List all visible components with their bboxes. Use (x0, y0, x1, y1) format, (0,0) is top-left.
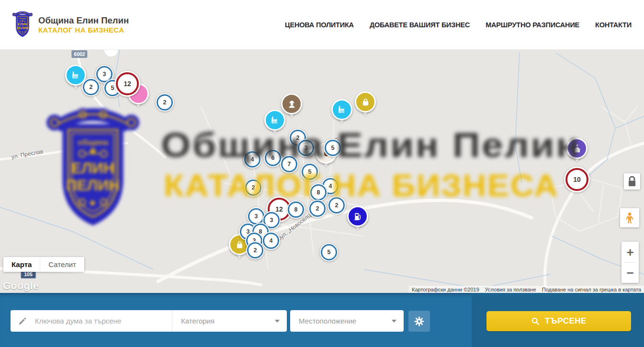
church-marker-pin[interactable] (566, 138, 588, 159)
chevron-down-icon (392, 320, 396, 323)
fuel-marker-pin[interactable] (347, 206, 368, 227)
nav-item[interactable]: МАРШРУТНО РАЗПИСАНИЕ (486, 21, 579, 29)
cluster-marker[interactable]: 12 (114, 71, 140, 97)
cluster-count: 2 (252, 184, 255, 191)
cluster-marker[interactable]: 4 (243, 150, 261, 168)
cluster-count: 3 (305, 145, 308, 151)
cluster-ring: 2 (247, 242, 263, 258)
cluster-count: 6 (271, 155, 275, 161)
cluster-ring: 2 (245, 179, 261, 196)
svg-text:ЕЛИН: ЕЛИН (18, 22, 27, 26)
nav-item[interactable]: ДОБАВЕТЕ ВАШИЯТ БИЗНЕС (370, 21, 470, 29)
cluster-marker[interactable]: 2 (156, 93, 174, 112)
cluster-marker[interactable]: 10 (564, 167, 590, 192)
keyword-field (11, 310, 172, 332)
cluster-marker[interactable]: 2 (82, 78, 100, 96)
google-logo[interactable]: Google (3, 280, 39, 291)
search-button[interactable]: ТЪРСЕНЕ (486, 311, 631, 331)
cluster-marker[interactable]: 8 (287, 201, 305, 219)
cluster-marker[interactable]: 7 (280, 155, 298, 173)
cluster-count: 2 (296, 134, 300, 141)
map-canvas[interactable]: 6002105ул. Преславбул. „Новоселциции 325… (0, 49, 644, 293)
category-select[interactable]: Категория (172, 310, 287, 332)
cluster-count: 5 (111, 85, 114, 91)
cluster-marker[interactable]: 5 (301, 163, 319, 181)
nav-item[interactable]: КОНТАКТИ (595, 21, 632, 29)
cluster-marker[interactable]: 2 (308, 200, 327, 218)
pencil-icon (18, 316, 27, 325)
cluster-ring: 2 (328, 197, 345, 213)
cluster-marker[interactable]: 5 (324, 139, 342, 157)
zoom-in-button[interactable]: + (621, 242, 639, 262)
cluster-ring: 4 (263, 233, 279, 249)
cluster-marker[interactable]: 2 (244, 179, 262, 197)
worker-icon (281, 93, 302, 114)
cluster-ring: 12 (116, 72, 139, 95)
maptype-map-button[interactable]: Карта (3, 257, 40, 272)
bag-icon (355, 91, 376, 112)
worker-marker-pin[interactable] (281, 93, 302, 114)
keyword-search-input[interactable] (34, 316, 172, 325)
cluster-ring: 7 (281, 156, 297, 172)
cluster-marker[interactable]: 2 (246, 241, 264, 259)
map-markers: 3251222354675248221283338342510 (0, 49, 644, 293)
pegman-icon (623, 212, 636, 224)
cluster-count: 5 (308, 168, 312, 175)
location-select[interactable]: Местоположение (290, 310, 404, 332)
main-nav: ЦЕНОВА ПОЛИТИКАДОБАВЕТЕ ВАШИЯТ БИЗНЕСМАР… (285, 0, 632, 49)
search-button-label: ТЪРСЕНЕ (545, 316, 587, 326)
cluster-count: 2 (90, 84, 93, 90)
cluster-marker[interactable]: 4 (262, 232, 280, 250)
cluster-marker[interactable]: 5 (320, 243, 338, 261)
nav-item[interactable]: ЦЕНОВА ПОЛИТИКА (285, 21, 354, 29)
cluster-count: 3 (103, 71, 106, 78)
cluster-count: 12 (275, 205, 283, 213)
cluster-ring: 2 (157, 94, 173, 111)
page: общинаЕЛИНПЕЛИН Община Елин Пелин КАТАЛО… (0, 0, 644, 347)
brand-title: Община Елин Пелин (38, 15, 129, 26)
search-icon (531, 317, 540, 325)
advanced-search-button[interactable] (408, 311, 430, 332)
cluster-count: 2 (335, 202, 339, 209)
cluster-count: 10 (573, 176, 581, 183)
cluster-ring: 5 (325, 140, 341, 156)
category-select-label: Категория (172, 317, 275, 325)
cluster-ring: 5 (321, 244, 337, 260)
gear-icon (414, 316, 424, 326)
cluster-ring: 3 (298, 140, 314, 156)
search-bar: Категория Местоположение (0, 293, 644, 347)
cluster-count: 3 (255, 213, 258, 220)
cluster-ring: 2 (309, 201, 326, 217)
app-header: общинаЕЛИНПЕЛИН Община Елин Пелин КАТАЛО… (0, 0, 644, 50)
cluster-marker[interactable]: 3 (297, 139, 315, 157)
lock-icon (624, 173, 640, 190)
cluster-count: 4 (270, 237, 273, 244)
cluster-marker[interactable]: 6 (264, 149, 282, 167)
bag-marker-pin[interactable] (355, 91, 376, 112)
cluster-count: 4 (329, 183, 332, 190)
brand-subtitle: КАТАЛОГ НА БИЗНЕСА (38, 26, 129, 35)
cluster-ring: 3 (248, 208, 264, 224)
attribution-text: Картографски данни ©2019 (409, 287, 482, 292)
header-logo[interactable]: общинаЕЛИНПЕЛИН Община Елин Пелин КАТАЛО… (11, 11, 129, 39)
attribution-link[interactable]: Подаване на сигнал за грешка в картата (539, 287, 644, 292)
svg-text:община: община (19, 18, 26, 20)
map-attribution: Картографски данни ©2019Условия за ползв… (409, 286, 644, 293)
cluster-ring: 8 (288, 201, 304, 218)
cluster-ring: 2 (83, 79, 99, 95)
map-lock-button[interactable] (624, 173, 640, 190)
fuel-icon (347, 206, 368, 227)
factory-marker-pin[interactable] (331, 99, 352, 120)
street-view-pegman-button[interactable] (620, 208, 639, 227)
maptype-satellite-button[interactable]: Сателит (40, 257, 84, 272)
cluster-marker[interactable]: 2 (328, 196, 346, 214)
zoom-out-button[interactable]: − (621, 263, 639, 283)
cluster-marker[interactable]: 8 (309, 183, 328, 201)
location-select-label: Местоположение (290, 317, 392, 325)
cluster-count: 2 (316, 205, 319, 212)
attribution-link[interactable]: Условия за ползване (482, 287, 539, 292)
cluster-count: 2 (254, 247, 257, 254)
church-icon (566, 138, 588, 159)
cluster-ring: 4 (244, 151, 260, 168)
cluster-count: 8 (294, 206, 298, 213)
